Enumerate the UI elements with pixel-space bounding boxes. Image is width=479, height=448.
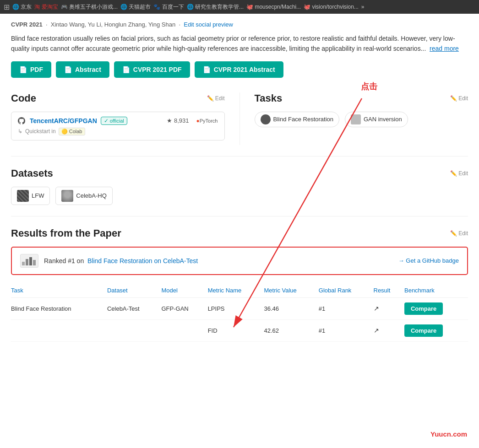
col-benchmark: Benchmark xyxy=(404,284,468,298)
datasets-section-header: Datasets ✏️ Edit xyxy=(11,167,468,179)
cvpr-pdf-button[interactable]: 📄 CVPR 2021 PDF xyxy=(114,61,190,78)
cell-benchmark-1: Compare xyxy=(404,319,468,341)
svg-rect-0 xyxy=(22,262,25,265)
tasks-title: Tasks xyxy=(255,92,283,104)
lfw-thumb xyxy=(17,190,29,202)
nav-item-edu[interactable]: 🌐 研究生教育教学管... xyxy=(187,3,244,11)
tasks-edit-link[interactable]: ✏️ Edit xyxy=(450,95,468,102)
authors-text: Xintao Wang, Yu Li, Honglun Zhang, Ying … xyxy=(51,21,175,28)
read-more-link[interactable]: read more xyxy=(430,45,459,52)
code-section: Code ✏️ Edit TencentARC/GFPGAN ✓ xyxy=(11,92,240,145)
ranked-banner-left: Ranked #1 on Blind Face Restoration on C… xyxy=(20,254,198,268)
rank-chart-icon xyxy=(21,255,38,266)
svg-rect-2 xyxy=(29,257,32,265)
meta-line: CVPR 2021 · Xintao Wang, Yu Li, Honglun … xyxy=(11,21,468,28)
cell-metric-name-1: FID xyxy=(208,319,264,341)
nav-item-github1[interactable]: 🐙 mousecpn/Machi... xyxy=(246,4,301,10)
datasets-edit-link[interactable]: ✏️ Edit xyxy=(450,170,468,177)
task-chip-gan-inversion[interactable]: GAN inversion xyxy=(345,112,408,127)
col-metric-value: Metric Value xyxy=(264,284,319,298)
pytorch-logo: ●PyTorch xyxy=(196,118,218,124)
edit-pencil-icon: ✏️ xyxy=(207,95,214,102)
repo-bottom-row: ↳ Quickstart in 🟡 Colab xyxy=(18,128,218,135)
task-chip-blind-face[interactable]: Blind Face Restoration xyxy=(255,112,340,127)
rank-thumbnail xyxy=(20,254,38,268)
col-dataset: Dataset xyxy=(107,284,162,298)
col-global-rank: Global Rank xyxy=(319,284,374,298)
star-count: ★ 8,931 xyxy=(167,117,189,124)
tasks-edit-pencil-icon: ✏️ xyxy=(450,95,457,102)
col-metric-name: Metric Name xyxy=(208,284,264,298)
abstract-icon: 📄 xyxy=(64,66,72,73)
more-tabs-icon[interactable]: » xyxy=(361,4,365,10)
code-edit-link[interactable]: ✏️ Edit xyxy=(207,95,225,102)
quickstart-label: ↳ xyxy=(18,128,22,135)
github-icon xyxy=(18,117,25,124)
ranked-text: Ranked #1 on Blind Face Restoration on C… xyxy=(44,257,198,264)
nav-item-baidu[interactable]: 🐾 百度一下 xyxy=(153,3,184,11)
browser-topbar: ⊞ 🌐 京东 淘 爱淘宝 🎮 奥维五子棋小游戏... 🌐 天猫超市 🐾 百度一下… xyxy=(0,0,479,14)
colab-icon: 🟡 xyxy=(61,129,68,134)
tasks-section: Tasks ✏️ Edit Blind Face Restoration GAN… xyxy=(240,92,468,145)
col-result: Result xyxy=(374,284,404,298)
pdf-button[interactable]: 📄 PDF xyxy=(11,61,51,78)
pdf-icon: 📄 xyxy=(19,66,27,73)
colab-badge[interactable]: 🟡 Colab xyxy=(59,128,85,135)
section-divider-2 xyxy=(11,216,468,216)
nav-item-taobao[interactable]: 淘 爱淘宝 xyxy=(34,3,58,11)
nav-item-game[interactable]: 🎮 奥维五子棋小游戏... xyxy=(61,3,118,11)
repo-name-area: TencentARC/GFPGAN ✓ official xyxy=(18,117,127,125)
dataset-chip-celebahq[interactable]: CelebA-HQ xyxy=(55,187,112,205)
gan-inversion-thumb xyxy=(351,114,361,124)
compare-button-1[interactable]: Compare xyxy=(404,324,443,337)
star-icon: ★ xyxy=(167,117,172,124)
blind-face-thumb xyxy=(261,114,271,124)
dataset-chip-lfw[interactable]: LFW xyxy=(11,187,50,205)
compare-button-0[interactable]: Compare xyxy=(404,302,443,315)
col-model: Model xyxy=(161,284,207,298)
edit-social-preview-link[interactable]: Edit social preview xyxy=(184,21,233,28)
results-edit-link[interactable]: ✏️ Edit xyxy=(450,230,468,237)
cell-result-0[interactable]: ↗ xyxy=(374,297,404,319)
cvpr-abstract-icon: 📄 xyxy=(203,66,211,73)
results-table-body: Blind Face Restoration CelebA-Test GFP-G… xyxy=(11,297,468,341)
datasets-title: Datasets xyxy=(11,167,53,179)
code-title: Code xyxy=(11,92,36,104)
github-badge-link[interactable]: → Get a GitHub badge xyxy=(398,257,459,264)
tasks-section-header: Tasks ✏️ Edit xyxy=(255,92,468,104)
table-row: Blind Face Restoration CelebA-Test GFP-G… xyxy=(11,297,468,319)
task-chips-container: Blind Face Restoration GAN inversion xyxy=(255,112,468,131)
cell-task-0: Blind Face Restoration xyxy=(11,297,107,319)
code-tasks-section: Code ✏️ Edit TencentARC/GFPGAN ✓ xyxy=(11,92,468,145)
abstract-text: Blind face restoration usually relies on… xyxy=(11,33,468,54)
results-table-head: Task Dataset Model Metric Name Metric Va… xyxy=(11,284,468,298)
cvpr-pdf-icon: 📄 xyxy=(122,66,130,73)
apps-icon[interactable]: ⊞ xyxy=(4,3,10,11)
cell-result-1[interactable]: ↗ xyxy=(374,319,404,341)
ranked-link[interactable]: Blind Face Restoration on CelebA-Test xyxy=(87,257,198,264)
section-divider-1 xyxy=(11,156,468,157)
cvpr-abstract-button[interactable]: 📄 CVPR 2021 Abstract xyxy=(195,61,283,78)
cell-benchmark-0: Compare xyxy=(404,297,468,319)
nav-item-jd[interactable]: 🌐 京东 xyxy=(12,3,32,11)
abstract-body: Blind face restoration usually relies on… xyxy=(11,35,455,52)
nav-item-tmall[interactable]: 🌐 天猫超市 xyxy=(120,3,151,11)
datasets-edit-icon: ✏️ xyxy=(450,170,457,177)
cell-dataset-0: CelebA-Test xyxy=(107,297,162,319)
col-task: Task xyxy=(11,284,107,298)
check-icon: ✓ xyxy=(104,118,109,124)
results-table: Task Dataset Model Metric Name Metric Va… xyxy=(11,284,468,342)
cell-metric-name-0: LPIPS xyxy=(208,297,264,319)
results-section-header: Results from the Paper ✏️ Edit xyxy=(11,227,468,239)
cell-metric-value-1: 42.62 xyxy=(264,319,319,341)
abstract-button[interactable]: 📄 Abstract xyxy=(56,61,109,78)
repo-name-link[interactable]: TencentARC/GFPGAN xyxy=(30,117,97,124)
results-table-header-row: Task Dataset Model Metric Name Metric Va… xyxy=(11,284,468,298)
results-title: Results from the Paper xyxy=(11,227,121,239)
action-buttons: 📄 PDF 📄 Abstract 📄 CVPR 2021 PDF 📄 CVPR … xyxy=(11,61,468,78)
celebahq-thumb xyxy=(61,190,73,202)
repo-card: TencentARC/GFPGAN ✓ official ★ 8,931 ●Py… xyxy=(11,112,225,140)
cell-task-1 xyxy=(11,319,107,341)
nav-item-github2[interactable]: 🐙 vision/torchvision... xyxy=(304,4,359,10)
cell-model-1 xyxy=(161,319,207,341)
